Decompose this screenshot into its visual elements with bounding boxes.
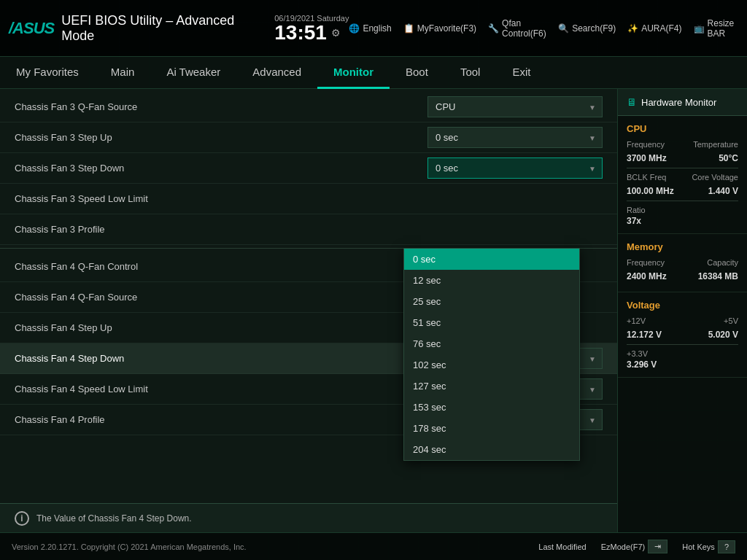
info-bar: i The Value of Chassis Fan 4 Step Down. xyxy=(0,503,617,532)
chassis-fan4-step-down-label: Chassis Fan 4 Step Down xyxy=(15,353,427,364)
nav-boot[interactable]: Boot xyxy=(390,57,444,89)
volt-33v-value: 3.296 V xyxy=(627,359,738,370)
mem-cap-value: 16384 MB xyxy=(698,271,738,281)
mem-val-row: 2400 MHz 16384 MB xyxy=(627,270,738,281)
cpu-temp-label: Temperature xyxy=(693,140,738,149)
hardware-monitor-panel: 🖥 Hardware Monitor CPU Frequency Tempera… xyxy=(617,89,747,532)
cpu-freq-label: Frequency xyxy=(627,140,665,149)
volt-12v-row: +12V +5V xyxy=(627,316,738,325)
search-button[interactable]: 🔍 Search(F9) xyxy=(558,23,616,34)
cpu-temp-value: 50°C xyxy=(719,153,738,163)
cpu-bclk-value: 100.00 MHz xyxy=(627,186,674,196)
volt-12v-value: 12.172 V xyxy=(627,330,662,340)
step-down-dropdown-overlay: 0 sec 12 sec 25 sec 51 sec 76 sec 102 se… xyxy=(403,248,580,461)
hw-monitor-title: 🖥 Hardware Monitor xyxy=(618,89,747,116)
cpu-bclk-row: BCLK Freq Core Voltage xyxy=(627,173,738,182)
mem-freq-row: Frequency Capacity xyxy=(627,258,738,267)
chassis-fan4-qfan-label: Chassis Fan 4 Q-Fan Control xyxy=(15,261,427,272)
voltage-section: Voltage +12V +5V 12.172 V 5.020 V +3.3V … xyxy=(618,292,747,378)
chassis-fan3-step-up-row: Chassis Fan 3 Step Up 0 sec xyxy=(0,122,617,153)
chassis-fan3-qfan-source-label: Chassis Fan 3 Q-Fan Source xyxy=(15,101,427,112)
last-modified-label: Last Modified xyxy=(538,542,586,551)
dropdown-option-12sec[interactable]: 12 sec xyxy=(404,270,579,291)
dropdown-option-127sec[interactable]: 127 sec xyxy=(404,376,579,397)
volt-5v-label: +5V xyxy=(724,316,738,325)
qfan-button[interactable]: 🔧 Qfan Control(F6) xyxy=(488,18,546,39)
nav-main[interactable]: Main xyxy=(95,57,151,89)
nav-advanced[interactable]: Advanced xyxy=(236,57,317,89)
dropdown-option-178sec[interactable]: 178 sec xyxy=(404,418,579,439)
dropdown-option-153sec[interactable]: 153 sec xyxy=(404,397,579,418)
nav-tool[interactable]: Tool xyxy=(444,57,497,89)
cpu-corevolt-value: 1.440 V xyxy=(708,186,738,196)
footer-actions: Last Modified EzMode(F7) ⇥ Hot Keys ? xyxy=(538,540,735,553)
hotkeys-label: Hot Keys xyxy=(682,542,715,551)
bios-title: UEFI BIOS Utility – Advanced Mode xyxy=(61,13,252,44)
header-icons: 🌐 English 📋 MyFavorite(F3) 🔧 Qfan Contro… xyxy=(349,18,738,39)
footer: Version 2.20.1271. Copyright (C) 2021 Am… xyxy=(0,532,747,560)
chassis-fan3-step-down-value: 0 sec xyxy=(427,158,603,179)
asus-logo: /ASUS xyxy=(9,19,54,38)
chassis-fan3-step-down-dropdown[interactable]: 0 sec xyxy=(427,158,603,179)
nav-monitor[interactable]: Monitor xyxy=(317,57,390,89)
volt-12v-label: +12V xyxy=(627,316,646,325)
dropdown-option-51sec[interactable]: 51 sec xyxy=(404,312,579,333)
ezmode-label: EzMode(F7) xyxy=(601,542,646,551)
english-button[interactable]: 🌐 English xyxy=(349,23,391,34)
cpu-freq-row: Frequency Temperature xyxy=(627,140,738,149)
chassis-fan3-step-down-label: Chassis Fan 3 Step Down xyxy=(15,163,427,174)
last-modified-button[interactable]: Last Modified xyxy=(538,542,586,551)
resizebar-button[interactable]: 📺 Resize BAR xyxy=(694,18,738,39)
chassis-fan3-qfan-source-dropdown[interactable]: CPU xyxy=(427,96,603,117)
main-layout: Chassis Fan 3 Q-Fan Source CPU Chassis F… xyxy=(0,89,747,532)
hotkeys-question-icon: ? xyxy=(718,540,735,553)
chassis-fan3-step-up-dropdown[interactable]: 0 sec xyxy=(427,127,603,148)
monitor-display-icon: 🖥 xyxy=(627,96,637,108)
cpu-corevolt-label: Core Voltage xyxy=(692,173,738,182)
chassis-fan3-profile-label: Chassis Fan 3 Profile xyxy=(15,224,427,235)
hotkeys-button[interactable]: Hot Keys ? xyxy=(682,540,735,553)
chassis-fan4-qfan-source-label: Chassis Fan 4 Q-Fan Source xyxy=(15,292,427,303)
volt-12v-val-row: 12.172 V 5.020 V xyxy=(627,328,738,340)
header: /ASUS UEFI BIOS Utility – Advanced Mode … xyxy=(0,0,747,57)
nav-my-favorites[interactable]: My Favorites xyxy=(0,57,95,89)
ezmode-arrow-icon: ⇥ xyxy=(648,540,667,553)
memory-title: Memory xyxy=(627,241,738,252)
chassis-fan3-qfan-source-row: Chassis Fan 3 Q-Fan Source CPU xyxy=(0,92,617,122)
search-icon: 🔍 xyxy=(558,23,569,34)
chassis-fan3-speed-low-row: Chassis Fan 3 Speed Low Limit xyxy=(0,184,617,214)
dropdown-option-25sec[interactable]: 25 sec xyxy=(404,291,579,312)
dropdown-option-76sec[interactable]: 76 sec xyxy=(404,333,579,354)
clipboard-icon: 📋 xyxy=(403,23,414,34)
cpu-ratio-value: 37x xyxy=(627,216,738,226)
cpu-section: CPU Frequency Temperature 3700 MHz 50°C … xyxy=(618,116,747,234)
info-icon: i xyxy=(15,511,29,526)
volt-5v-value: 5.020 V xyxy=(708,330,738,340)
mem-cap-label: Capacity xyxy=(707,258,738,267)
settings-gear-icon[interactable]: ⚙ xyxy=(331,27,341,39)
ezmode-button[interactable]: EzMode(F7) ⇥ xyxy=(601,540,668,553)
dropdown-option-0sec[interactable]: 0 sec xyxy=(404,249,579,270)
time-block: 06/19/2021 Saturday 13:51 ⚙ xyxy=(274,14,349,43)
footer-version: Version 2.20.1271. Copyright (C) 2021 Am… xyxy=(12,542,247,551)
dropdown-option-204sec[interactable]: 204 sec xyxy=(404,439,579,460)
globe-icon: 🌐 xyxy=(349,23,360,34)
nav-ai-tweaker[interactable]: Ai Tweaker xyxy=(150,57,236,89)
header-time: 13:51 xyxy=(274,23,327,43)
dropdown-option-102sec[interactable]: 102 sec xyxy=(404,354,579,376)
aura-icon: ✨ xyxy=(627,23,638,34)
memory-section: Memory Frequency Capacity 2400 MHz 16384… xyxy=(618,234,747,292)
chassis-fan4-speed-low-label: Chassis Fan 4 Speed Low Limit xyxy=(15,384,427,394)
chassis-fan3-step-up-value: 0 sec xyxy=(427,127,603,148)
cpu-ratio-label: Ratio xyxy=(627,206,738,214)
chassis-fan3-qfan-source-value: CPU xyxy=(427,96,603,117)
chassis-fan4-profile-label: Chassis Fan 4 Profile xyxy=(15,414,427,425)
monitor-icon: 📺 xyxy=(694,23,705,34)
myfavorite-button[interactable]: 📋 MyFavorite(F3) xyxy=(403,23,476,34)
chassis-fan3-step-up-label: Chassis Fan 3 Step Up xyxy=(15,132,427,143)
nav-exit[interactable]: Exit xyxy=(496,57,546,89)
chassis-fan3-profile-row: Chassis Fan 3 Profile xyxy=(0,214,617,245)
chassis-fan4-step-up-label: Chassis Fan 4 Step Up xyxy=(15,322,427,333)
aura-button[interactable]: ✨ AURA(F4) xyxy=(627,23,681,34)
mem-freq-label: Frequency xyxy=(627,258,665,267)
